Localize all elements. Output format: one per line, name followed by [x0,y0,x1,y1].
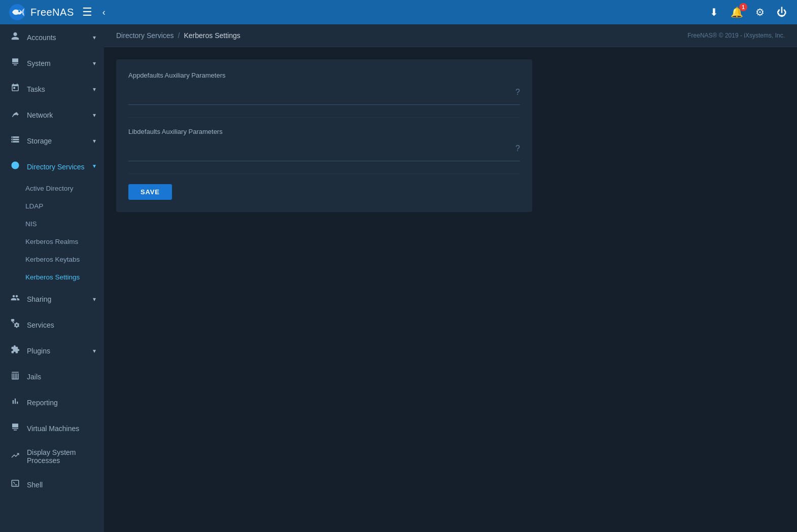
breadcrumb-separator: / [178,31,180,40]
sharing-icon [10,293,21,305]
sidebar-item-kerberos-realms[interactable]: Kerberos Realms [0,233,104,251]
main-layout: Accounts ▾ System ▾ Tasks ▾ Network ▾ [0,24,797,532]
tasks-label: Tasks [27,85,45,93]
sidebar-item-shell[interactable]: Shell [0,472,104,498]
jails-label: Jails [27,373,41,381]
plugins-label: Plugins [27,347,50,355]
content-area: Directory Services / Kerberos Settings F… [104,24,797,532]
back-button[interactable]: ‹ [100,6,108,19]
virtual-machines-icon [10,422,21,434]
sidebar-item-ldap[interactable]: LDAP [0,197,104,215]
kerberos-settings-form: Appdefaults Auxiliary Parameters ? Libde… [116,59,532,212]
accounts-label: Accounts [27,33,56,42]
shell-icon [10,479,21,490]
reporting-icon [10,397,21,408]
services-label: Services [27,321,54,329]
hamburger-icon: ☰ [82,6,92,18]
power-button[interactable]: ⏻ [775,5,789,20]
sidebar-item-network[interactable]: Network ▾ [0,102,104,128]
jails-icon [10,371,21,382]
storage-arrow: ▾ [93,137,96,145]
topbar: FreeNAS ☰ ‹ ⬇ 🔔 1 ⚙ ⏻ [0,0,797,24]
services-icon [10,319,21,331]
plugins-arrow: ▾ [93,347,96,354]
system-icon [10,57,21,69]
form-divider-1 [128,117,520,118]
sidebar-item-plugins[interactable]: Plugins ▾ [0,338,104,364]
network-label: Network [27,111,53,119]
svg-point-1 [18,10,20,12]
kerberos-realms-label: Kerberos Realms [25,238,78,245]
virtual-machines-label: Virtual Machines [27,424,79,433]
appdefaults-help-icon[interactable]: ? [515,88,520,97]
storage-label: Storage [27,137,52,145]
sidebar-item-active-directory[interactable]: Active Directory [0,180,104,197]
sidebar-item-virtual-machines[interactable]: Virtual Machines [0,415,104,441]
accounts-arrow: ▾ [93,34,96,41]
logo-text: FreeNAS [30,7,74,18]
breadcrumb: Directory Services / Kerberos Settings [116,31,240,40]
freenas-logo-icon [8,3,26,21]
appdefaults-input-wrap: ? [128,83,520,105]
sidebar-item-sharing[interactable]: Sharing ▾ [0,286,104,312]
hamburger-menu-button[interactable]: ☰ [80,5,94,20]
kerberos-keytabs-label: Kerberos Keytabs [25,256,80,263]
network-icon [10,109,21,121]
sidebar-item-kerberos-keytabs[interactable]: Kerberos Keytabs [0,251,104,268]
sidebar-item-services[interactable]: Services [0,312,104,338]
sidebar-item-tasks[interactable]: Tasks ▾ [0,76,104,102]
appdefaults-label: Appdefaults Auxiliary Parameters [128,72,520,79]
libdefaults-field: Libdefaults Auxiliary Parameters ? [128,128,520,161]
libdefaults-label: Libdefaults Auxiliary Parameters [128,128,520,135]
sharing-label: Sharing [27,295,51,303]
breadcrumb-parent[interactable]: Directory Services [116,31,174,40]
page-content: Appdefaults Auxiliary Parameters ? Libde… [104,47,797,532]
sidebar-item-jails[interactable]: Jails [0,364,104,389]
appdefaults-field: Appdefaults Auxiliary Parameters ? [128,72,520,105]
system-arrow: ▾ [93,60,96,67]
sidebar-item-nis[interactable]: NIS [0,215,104,233]
active-directory-label: Active Directory [25,185,74,192]
notification-badge: 1 [739,3,747,11]
libdefaults-help-icon[interactable]: ? [515,144,520,153]
topbar-right: ⬇ 🔔 1 ⚙ ⏻ [708,4,789,20]
sidebar-item-storage[interactable]: Storage ▾ [0,128,104,154]
storage-icon [10,135,21,147]
accounts-icon [10,31,21,43]
directory-services-label: Directory Services [27,163,85,171]
system-label: System [27,59,51,67]
libdefaults-textarea[interactable] [128,139,511,158]
shell-label: Shell [27,481,43,489]
sidebar-item-system[interactable]: System ▾ [0,50,104,76]
sidebar: Accounts ▾ System ▾ Tasks ▾ Network ▾ [0,24,104,532]
tasks-arrow: ▾ [93,86,96,93]
back-icon: ‹ [102,7,106,17]
save-button[interactable]: SAVE [128,184,172,200]
network-arrow: ▾ [93,112,96,119]
tasks-icon [10,83,21,95]
topbar-left: FreeNAS ☰ ‹ [8,3,108,21]
sidebar-item-kerberos-settings[interactable]: Kerberos Settings [0,268,104,286]
libdefaults-input-wrap: ? [128,139,520,161]
logo-area: FreeNAS [8,3,74,21]
sidebar-item-accounts[interactable]: Accounts ▾ [0,24,104,50]
breadcrumb-bar: Directory Services / Kerberos Settings F… [104,24,797,47]
notifications-button[interactable]: 🔔 1 [729,4,745,20]
sidebar-item-directory-services[interactable]: Directory Services ▴ [0,154,104,180]
copyright-text: FreeNAS® © 2019 - iXsystems, Inc. [687,32,785,39]
directory-services-icon [10,161,21,172]
breadcrumb-current: Kerberos Settings [184,31,240,40]
download-button[interactable]: ⬇ [708,4,720,20]
ldap-label: LDAP [25,202,43,210]
sidebar-item-reporting[interactable]: Reporting [0,389,104,415]
display-system-processes-label: Display System Processes [27,448,96,465]
settings-button[interactable]: ⚙ [753,4,767,20]
plugins-icon [10,345,21,357]
kerberos-settings-label: Kerberos Settings [25,273,80,281]
directory-services-arrow: ▴ [93,163,96,170]
display-system-processes-icon [10,451,21,463]
reporting-label: Reporting [27,399,58,407]
sidebar-item-display-system-processes[interactable]: Display System Processes [0,441,104,472]
nis-label: NIS [25,220,37,228]
appdefaults-textarea[interactable] [128,83,511,101]
